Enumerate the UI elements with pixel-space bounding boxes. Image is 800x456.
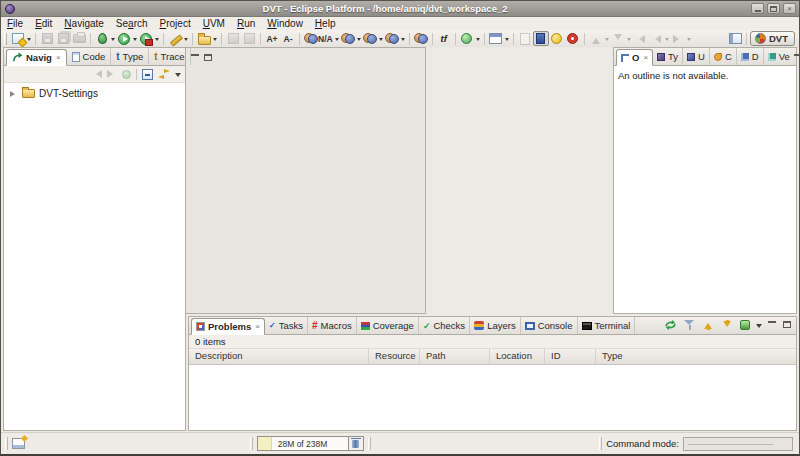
tab-coverage[interactable]: Coverage (357, 317, 419, 334)
menu-search[interactable]: Search (110, 18, 154, 29)
waivers-na-dropdown[interactable] (335, 38, 339, 43)
open-view-button[interactable] (488, 31, 504, 46)
fast-view-icon[interactable] (12, 438, 25, 449)
application-window: DVT - Eclipse Platform - /home/amiq/dvt_… (0, 0, 800, 456)
link-with-editor-icon[interactable] (158, 69, 170, 79)
command-mode-input[interactable]: -------------------------------- (683, 437, 793, 451)
font-decrease-button[interactable]: A- (280, 31, 296, 46)
folder-icon (22, 89, 35, 98)
menu-run[interactable]: Run (231, 18, 261, 29)
new-wizard-button[interactable] (10, 31, 26, 46)
column-resource[interactable]: Resource (369, 349, 420, 364)
menu-navigate[interactable]: Navigate (58, 18, 109, 29)
tab-uvm-browser[interactable]: U (683, 48, 710, 65)
tab-tasks[interactable]: ✓ Tasks (265, 317, 308, 334)
wand-button[interactable] (167, 31, 183, 46)
yellow-ball-button[interactable] (549, 31, 565, 46)
close-tab-icon[interactable]: × (643, 53, 648, 62)
tab-checks-view[interactable]: C (710, 48, 737, 65)
status-ball-dropdown[interactable] (476, 38, 480, 43)
open-folder-dropdown[interactable] (213, 38, 217, 43)
tab-layers[interactable]: Layers (470, 317, 521, 334)
menu-project[interactable]: Project (154, 18, 197, 29)
menu-edit[interactable]: Edit (29, 18, 58, 29)
tab-code[interactable]: Code (67, 48, 112, 65)
waivers-button-2[interactable] (362, 31, 378, 46)
external-tools-dropdown[interactable] (155, 38, 159, 43)
close-tab-icon[interactable]: × (255, 322, 260, 331)
column-type[interactable]: Type (596, 349, 796, 364)
maximize-view-button[interactable] (204, 54, 213, 62)
close-window-button[interactable]: × (783, 3, 796, 14)
waivers-dropdown-1[interactable] (357, 38, 361, 43)
tree-item-dvt-settings[interactable]: DVT-Settings (8, 86, 185, 101)
yellow-ball-icon (551, 33, 562, 44)
tab-design-hierarchy[interactable]: D (737, 48, 764, 65)
column-path[interactable]: Path (420, 349, 490, 364)
external-tools-button[interactable] (138, 31, 154, 46)
last-edit-location-button (632, 31, 648, 46)
help-buoy-button[interactable] (565, 31, 581, 46)
menu-help[interactable]: Help (309, 18, 342, 29)
status-ball-button[interactable] (459, 31, 475, 46)
waivers-dropdown-2[interactable] (379, 38, 383, 43)
column-location[interactable]: Location (490, 349, 545, 364)
tab-outline[interactable]: O × (616, 49, 653, 66)
minimize-view-button[interactable] (191, 54, 200, 62)
tab-macros[interactable]: # Macros (308, 317, 357, 334)
debug-button[interactable] (94, 31, 110, 46)
minimize-view-button[interactable] (794, 54, 800, 62)
run-button[interactable] (116, 31, 132, 46)
open-view-dropdown[interactable] (505, 38, 509, 43)
dvt-perspective-button[interactable]: DVT (750, 31, 795, 46)
open-perspective-button[interactable] (727, 31, 743, 46)
problems-table-body[interactable] (189, 366, 796, 430)
view-menu-icon[interactable] (756, 324, 762, 331)
checks-view-icon (714, 53, 722, 61)
menu-window[interactable]: Window (261, 18, 309, 29)
tab-terminal[interactable]: Terminal (578, 317, 636, 334)
font-increase-button[interactable]: A+ (264, 31, 280, 46)
layers-icon (474, 321, 484, 330)
menu-file[interactable]: File (1, 18, 29, 29)
open-folder-button[interactable] (196, 31, 212, 46)
view-menu-icon[interactable] (175, 73, 181, 80)
minimize-view-button[interactable] (768, 321, 777, 329)
debug-dropdown[interactable] (111, 38, 115, 43)
next-annotation-icon (592, 34, 600, 44)
tab-type[interactable]: t Type (111, 48, 149, 65)
wand-dropdown[interactable] (184, 38, 188, 43)
refresh-icon[interactable] (664, 319, 677, 331)
tab-verif-hierarchy[interactable]: Ve (764, 48, 794, 65)
tf-button[interactable]: tf (436, 31, 452, 46)
tab-checks[interactable]: ✓ Checks (419, 317, 470, 334)
tab-types[interactable]: Ty (653, 48, 683, 65)
expand-tree-icon[interactable] (740, 320, 750, 330)
scroll-up-icon[interactable] (702, 319, 715, 331)
waivers-dropdown-3[interactable] (401, 38, 405, 43)
scroll-down-icon[interactable] (721, 319, 734, 331)
forward-icon (673, 35, 683, 43)
minimize-window-button[interactable] (751, 3, 764, 14)
waivers-na-button[interactable]: N/A (303, 31, 334, 46)
run-dropdown[interactable] (133, 38, 137, 43)
close-tab-icon[interactable]: × (56, 53, 61, 62)
menu-uvm[interactable]: UVM (197, 18, 231, 29)
column-id[interactable]: ID (545, 349, 596, 364)
collapse-all-icon[interactable] (142, 69, 153, 80)
column-description[interactable]: Description (189, 349, 369, 364)
waivers-button-4[interactable] (413, 31, 429, 46)
maximize-view-button[interactable] (783, 321, 792, 329)
waivers-button-3[interactable] (384, 31, 400, 46)
tab-console[interactable]: Console (521, 317, 578, 334)
garbage-collect-button[interactable] (349, 436, 364, 451)
tab-navig[interactable]: Navig × (6, 49, 67, 66)
save-icon (42, 33, 53, 44)
maximize-window-button[interactable] (767, 3, 780, 14)
expand-arrow-icon[interactable] (10, 91, 18, 97)
highlight-toggle-button[interactable] (533, 31, 549, 46)
waivers-button-1[interactable] (340, 31, 356, 46)
filter-icon[interactable] (683, 319, 696, 331)
tab-trace[interactable]: t Trace (149, 48, 190, 65)
tab-problems[interactable]: Problems × (191, 318, 265, 335)
